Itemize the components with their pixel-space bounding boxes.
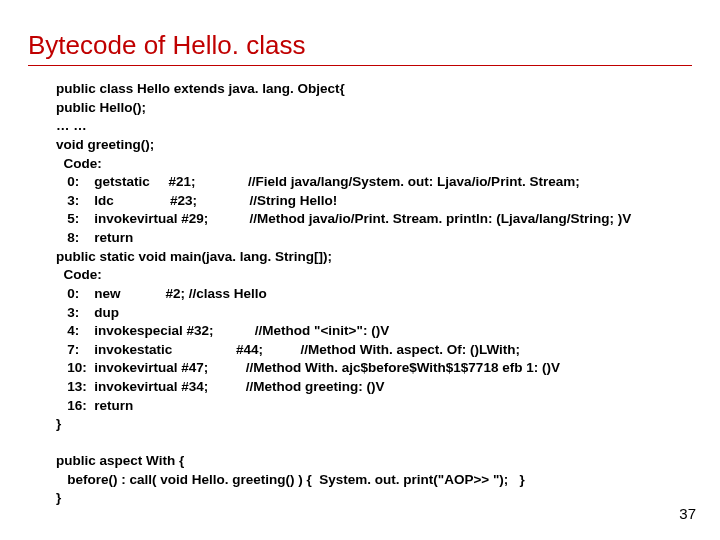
code-line: void greeting(); xyxy=(56,136,692,155)
code-line: 10: invokevirtual #47; //Method With. aj… xyxy=(56,359,692,378)
code-line: before() : call( void Hello. greeting() … xyxy=(56,471,692,490)
code-line: public aspect With { xyxy=(56,452,692,471)
code-line: … … xyxy=(56,117,692,136)
code-line: 0: getstatic #21; //Field java/lang/Syst… xyxy=(56,173,692,192)
bytecode-listing: public class Hello extends java. lang. O… xyxy=(28,80,692,434)
code-line: public static void main(java. lang. Stri… xyxy=(56,248,692,267)
code-line: 7: invokestatic #44; //Method With. aspe… xyxy=(56,341,692,360)
aspect-listing: public aspect With { before() : call( vo… xyxy=(28,452,692,508)
code-line: Code: xyxy=(56,266,692,285)
code-line: 16: return xyxy=(56,397,692,416)
code-line: 5: invokevirtual #29; //Method java/io/P… xyxy=(56,210,692,229)
code-line: 0: new #2; //class Hello xyxy=(56,285,692,304)
code-line: 8: return xyxy=(56,229,692,248)
code-line: } xyxy=(56,415,692,434)
code-line: public class Hello extends java. lang. O… xyxy=(56,80,692,99)
code-line: Code: xyxy=(56,155,692,174)
code-line: 13: invokevirtual #34; //Method greeting… xyxy=(56,378,692,397)
code-line: public Hello(); xyxy=(56,99,692,118)
title-underline xyxy=(28,65,692,66)
page-number: 37 xyxy=(679,505,696,522)
code-line: 4: invokespecial #32; //Method "<init>":… xyxy=(56,322,692,341)
code-line: 3: ldc #23; //String Hello! xyxy=(56,192,692,211)
slide-title: Bytecode of Hello. class xyxy=(28,30,692,61)
code-line: 3: dup xyxy=(56,304,692,323)
code-line: } xyxy=(56,489,692,508)
